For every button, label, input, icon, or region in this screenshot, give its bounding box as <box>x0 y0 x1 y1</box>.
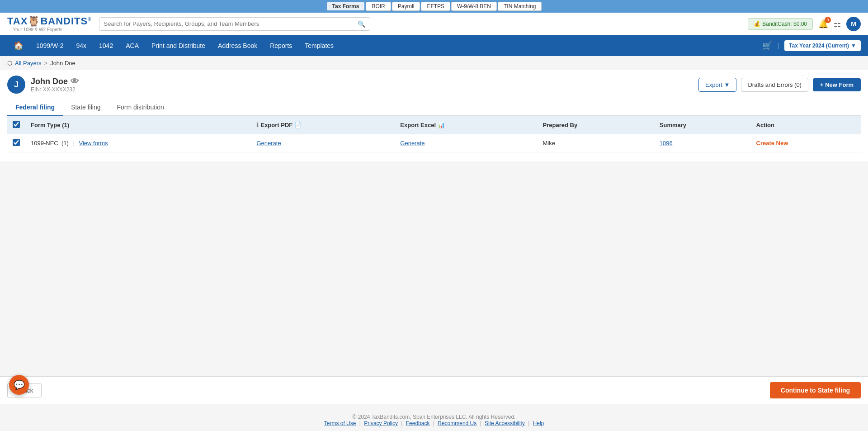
payer-info: John Doe 👁 EIN: XX-XXXX232 <box>31 77 79 93</box>
nav-1042[interactable]: 1042 <box>93 37 119 55</box>
tab-form-distribution[interactable]: Form distribution <box>109 99 172 116</box>
table-row: 1099-NEC (1) | View forms Generate Gener… <box>7 134 861 152</box>
tax-year-label: Tax Year 2024 (Current) <box>789 43 849 49</box>
row-action-cell: Create New <box>751 134 861 152</box>
row-form-type-cell: 1099-NEC (1) | View forms <box>25 134 251 152</box>
forms-table-container: Form Type (1) ℹ Export PDF 📄 Export Exce… <box>7 116 861 152</box>
row-prepared-by-cell: Mike <box>538 134 654 152</box>
search-icon: 🔍 <box>358 20 365 28</box>
th-export-pdf: ℹ Export PDF 📄 <box>251 116 395 134</box>
create-new-link[interactable]: Create New <box>756 140 788 147</box>
nav-94x[interactable]: 94x <box>70 37 93 55</box>
tab-federal-filing[interactable]: Federal filing <box>7 99 63 116</box>
bandit-cash-label: BanditCash: $0.00 <box>762 21 807 27</box>
row-export-pdf-cell: Generate <box>251 134 395 152</box>
bandit-cash[interactable]: 💰 BanditCash: $0.00 <box>748 18 813 30</box>
pdf-file-icon: 📄 <box>294 122 302 128</box>
tax-year-button[interactable]: Tax Year 2024 (Current) ▼ <box>784 40 861 51</box>
th-prepared-by: Prepared By <box>538 116 654 134</box>
th-form-type: Form Type (1) <box>25 116 251 134</box>
cart-icon[interactable]: 🛒 <box>762 41 772 51</box>
nav-right: 🛒 | Tax Year 2024 (Current) ▼ <box>762 40 861 51</box>
nav-aca[interactable]: ACA <box>119 37 145 55</box>
topbar-w9-w8ben[interactable]: W-9/W-8 BEN <box>451 2 497 11</box>
topbar-tin-matching[interactable]: TIN Matching <box>498 2 542 11</box>
th-export-excel: Export Excel 📊 <box>395 116 537 134</box>
header-actions: 💰 BanditCash: $0.00 🔔 0 ⚏ M <box>748 17 861 31</box>
payer-avatar: J <box>7 76 25 94</box>
select-all-checkbox[interactable] <box>13 121 20 128</box>
logo-subtitle: — Your 1099 & W2 Experts — <box>7 27 68 32</box>
bandit-cash-icon: 💰 <box>754 21 760 27</box>
content-area: J John Doe 👁 EIN: XX-XXXX232 Export ▼ Dr… <box>0 70 868 161</box>
nav-print-distribute[interactable]: Print and Distribute <box>145 37 212 55</box>
nav-1099-w2[interactable]: 1099/W-2 <box>30 37 70 55</box>
logo: TAX🦉BANDITS® <box>7 15 92 27</box>
payer-ein: EIN: XX-XXXX232 <box>31 86 79 93</box>
new-form-button[interactable]: + New Form <box>813 78 861 91</box>
tabs: Federal filing State filing Form distrib… <box>7 99 861 116</box>
payer-actions: Export ▼ Drafts and Errors (0) + New For… <box>698 78 861 92</box>
export-dropdown-icon: ▼ <box>724 81 730 88</box>
topbar-payroll[interactable]: Payroll <box>392 2 420 11</box>
topbar-tax-forms[interactable]: Tax Forms <box>326 2 365 11</box>
chevron-down-icon: ▼ <box>851 43 856 49</box>
home-button[interactable]: 🏠 <box>7 35 30 56</box>
logo-area: TAX🦉BANDITS® — Your 1099 & W2 Experts — <box>7 15 92 32</box>
row-checkbox-cell <box>7 134 25 152</box>
view-forms-link[interactable]: View forms <box>79 140 108 147</box>
th-checkbox <box>7 116 25 134</box>
breadcrumb-pages-icon: ⬡ <box>7 60 12 66</box>
drafts-errors-button[interactable]: Drafts and Errors (0) <box>741 78 808 92</box>
breadcrumb: ⬡ All Payers > John Doe <box>0 56 868 70</box>
topbar-eftps[interactable]: EFTPS <box>421 2 450 11</box>
th-action: Action <box>751 116 861 134</box>
breadcrumb-current: John Doe <box>50 60 75 66</box>
form-type-label: 1099-NEC <box>31 140 58 147</box>
generate-pdf-link[interactable]: Generate <box>256 140 281 147</box>
nav-divider: | <box>778 42 779 49</box>
eye-icon[interactable]: 👁 <box>71 77 79 86</box>
nav-reports[interactable]: Reports <box>264 37 298 55</box>
notification-badge: 0 <box>825 17 831 23</box>
th-summary: Summary <box>654 116 751 134</box>
payer-header: J John Doe 👁 EIN: XX-XXXX232 Export ▼ Dr… <box>7 70 861 94</box>
row-export-excel-cell: Generate <box>395 134 537 152</box>
avatar[interactable]: M <box>846 17 861 31</box>
export-label: Export <box>705 81 722 88</box>
breadcrumb-all-payers[interactable]: All Payers <box>15 60 42 66</box>
top-bar: Tax Forms BOIR Payroll EFTPS W-9/W-8 BEN… <box>0 0 868 13</box>
search-input[interactable] <box>104 20 358 27</box>
forms-table: Form Type (1) ℹ Export PDF 📄 Export Exce… <box>7 116 861 152</box>
nav-address-book[interactable]: Address Book <box>212 37 264 55</box>
apps-grid-icon[interactable]: ⚏ <box>834 19 841 29</box>
topbar-boir[interactable]: BOIR <box>366 2 391 11</box>
export-button[interactable]: Export ▼ <box>698 78 736 92</box>
nav-templates[interactable]: Templates <box>298 37 340 55</box>
main-nav: 🏠 1099/W-2 94x 1042 ACA Print and Distri… <box>0 35 868 56</box>
search-bar[interactable]: 🔍 <box>99 17 370 31</box>
tab-state-filing[interactable]: State filing <box>63 99 108 116</box>
breadcrumb-separator: > <box>44 60 48 66</box>
excel-file-icon: 📊 <box>438 122 445 128</box>
notification-bell[interactable]: 🔔 0 <box>818 19 828 29</box>
info-icon: ℹ <box>256 122 259 128</box>
header: TAX🦉BANDITS® — Your 1099 & W2 Experts — … <box>0 13 868 35</box>
row-checkbox[interactable] <box>13 139 20 146</box>
generate-excel-link[interactable]: Generate <box>400 140 425 147</box>
summary-1096-link[interactable]: 1096 <box>660 140 673 147</box>
payer-name: John Doe 👁 <box>31 77 79 86</box>
table-header-row: Form Type (1) ℹ Export PDF 📄 Export Exce… <box>7 116 861 134</box>
row-summary-cell: 1096 <box>654 134 751 152</box>
